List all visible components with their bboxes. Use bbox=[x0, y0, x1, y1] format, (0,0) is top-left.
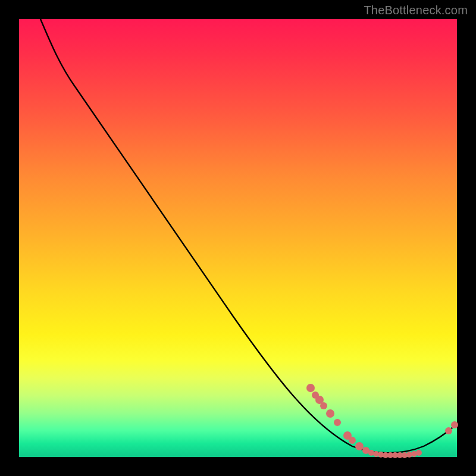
bottleneck-curve bbox=[40, 19, 457, 453]
chart-frame: TheBottleneck.com bbox=[0, 0, 476, 476]
marker-group bbox=[306, 384, 458, 458]
data-marker bbox=[445, 427, 452, 434]
data-marker bbox=[451, 421, 458, 428]
data-marker bbox=[416, 450, 422, 456]
data-marker bbox=[320, 402, 327, 409]
data-marker bbox=[334, 419, 341, 426]
data-marker bbox=[306, 384, 315, 392]
data-marker bbox=[326, 409, 334, 418]
attribution-text: TheBottleneck.com bbox=[364, 4, 468, 17]
data-marker bbox=[355, 442, 364, 450]
chart-svg bbox=[19, 19, 457, 457]
plot-area bbox=[19, 19, 457, 457]
data-marker bbox=[349, 437, 356, 444]
